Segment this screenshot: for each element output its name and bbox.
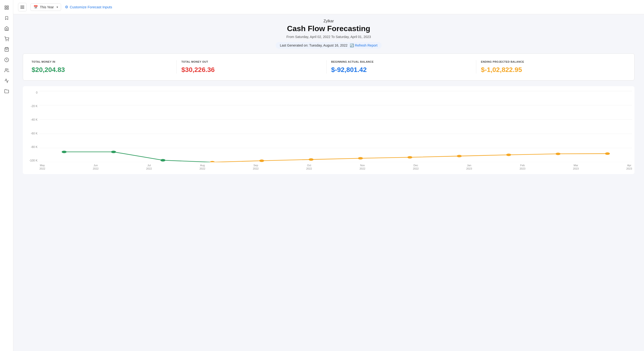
card-label-money-in: TOTAL MONEY IN — [32, 60, 172, 63]
main-content: 📅 This Year ▾ ⚙ Customize Forecast Input… — [13, 0, 644, 351]
report-date-range: From Saturday, April 02, 2022 To Saturda… — [23, 35, 634, 39]
x-label-apr: Apr2023 — [626, 164, 632, 171]
x-label-nov: Nov2022 — [360, 164, 365, 171]
svg-point-5 — [8, 41, 8, 41]
report-title: Cash Flow Forecasting — [23, 24, 634, 33]
chart-plot — [40, 91, 632, 162]
x-label-may: May2022 — [40, 164, 45, 171]
card-value-money-in: $20,204.83 — [32, 66, 172, 74]
card-label-money-out: TOTAL MONEY OUT — [181, 60, 321, 63]
customize-label: Customize Forecast Inputs — [70, 5, 112, 9]
chart-area: 0 -20 K -40 K -60 K -80 K -100 K — [23, 86, 634, 174]
bookmark-icon[interactable] — [2, 13, 12, 23]
card-value-beginning: $-92,801.42 — [331, 66, 471, 74]
y-label-100k: -100 K — [29, 159, 38, 162]
refresh-icon: 🔄 — [350, 43, 354, 47]
total-money-in-card: TOTAL MONEY IN $20,204.83 — [32, 60, 176, 74]
x-label-feb: Feb2023 — [520, 164, 526, 171]
x-label-oct: Oct2022 — [306, 164, 312, 171]
date-picker-label: This Year — [40, 5, 54, 9]
svg-rect-3 — [7, 8, 8, 9]
refresh-button[interactable]: 🔄 Refresh Report — [350, 43, 377, 47]
home-icon[interactable] — [2, 3, 12, 12]
svg-rect-1 — [7, 6, 8, 7]
chart-x-axis: May2022 Jun2022 Jul2022 Aug2022 Sep2022 … — [40, 162, 632, 172]
summary-cards: TOTAL MONEY IN $20,204.83 TOTAL MONEY OU… — [23, 53, 634, 80]
y-label-60k: -60 K — [31, 132, 38, 135]
green-dot-may — [62, 151, 67, 153]
chart-svg — [40, 91, 632, 162]
x-label-jul: Jul2022 — [146, 164, 152, 171]
y-label-0: 0 — [36, 91, 38, 94]
ending-balance-card: ENDING PROJECTED BALANCE $-1,02,822.95 — [476, 60, 626, 74]
card-label-beginning: BEGINNING ACTUAL BALANCE — [331, 60, 471, 63]
y-label-80k: -80 K — [31, 145, 38, 149]
orange-dot-jan — [457, 155, 462, 157]
beginning-balance-card: BEGINNING ACTUAL BALANCE $-92,801.42 — [326, 60, 476, 74]
x-label-sep: Sep2022 — [253, 164, 258, 171]
bag-icon[interactable] — [2, 45, 12, 54]
orange-dot-apr — [605, 152, 610, 155]
people-icon[interactable] — [2, 65, 12, 75]
svg-point-4 — [6, 41, 6, 41]
chart-container: 0 -20 K -40 K -60 K -80 K -100 K — [28, 91, 632, 172]
total-money-out-card: TOTAL MONEY OUT $30,226.36 — [176, 60, 326, 74]
date-picker[interactable]: 📅 This Year ▾ — [30, 3, 61, 11]
cart-icon[interactable] — [2, 34, 12, 44]
svg-rect-0 — [5, 6, 6, 7]
svg-point-8 — [5, 69, 7, 70]
orange-dot-feb — [506, 154, 511, 156]
building-icon[interactable] — [2, 24, 12, 33]
x-label-aug: Aug2022 — [200, 164, 205, 171]
y-label-20k: -20 K — [31, 104, 38, 108]
x-label-mar: Mar2023 — [573, 164, 579, 171]
gear-icon: ⚙ — [65, 5, 68, 9]
menu-button[interactable] — [18, 3, 26, 11]
calendar-icon: 📅 — [34, 5, 38, 9]
report-generated-info: Last Generated on: Tuesday, August 16, 2… — [276, 42, 382, 49]
svg-rect-2 — [5, 8, 6, 9]
content-area: Zylkar Cash Flow Forecasting From Saturd… — [13, 14, 644, 351]
card-value-money-out: $30,226.36 — [181, 66, 321, 74]
orange-dot-mar — [556, 153, 560, 155]
chart-y-axis: 0 -20 K -40 K -60 K -80 K -100 K — [28, 91, 40, 162]
y-label-40k: -40 K — [31, 118, 38, 121]
report-header: Zylkar Cash Flow Forecasting From Saturd… — [23, 19, 634, 49]
green-dot-jun — [111, 151, 116, 153]
x-label-dec: Dec2022 — [413, 164, 419, 171]
analytics-icon[interactable] — [2, 76, 12, 85]
sidebar — [0, 0, 13, 351]
toolbar: 📅 This Year ▾ ⚙ Customize Forecast Input… — [13, 0, 644, 14]
orange-dot-dec — [407, 156, 412, 158]
card-value-ending: $-1,02,822.95 — [481, 66, 621, 74]
customize-button[interactable]: ⚙ Customize Forecast Inputs — [65, 5, 112, 9]
green-line — [64, 152, 212, 162]
clock-icon[interactable] — [2, 55, 12, 65]
orange-dot-sep — [259, 160, 264, 162]
company-name: Zylkar — [23, 19, 634, 23]
chevron-down-icon: ▾ — [56, 5, 58, 9]
card-label-ending: ENDING PROJECTED BALANCE — [481, 60, 621, 63]
folder-icon[interactable] — [2, 86, 12, 96]
x-label-jun: Jun2022 — [93, 164, 98, 171]
orange-dot-oct — [309, 158, 314, 161]
orange-dot-nov — [358, 157, 363, 159]
x-label-jan: Jan2023 — [466, 164, 472, 171]
refresh-label: Refresh Report — [355, 43, 377, 47]
generated-label: Last Generated on: Tuesday, August 16, 2… — [280, 43, 348, 47]
green-dot-jul — [160, 159, 166, 161]
